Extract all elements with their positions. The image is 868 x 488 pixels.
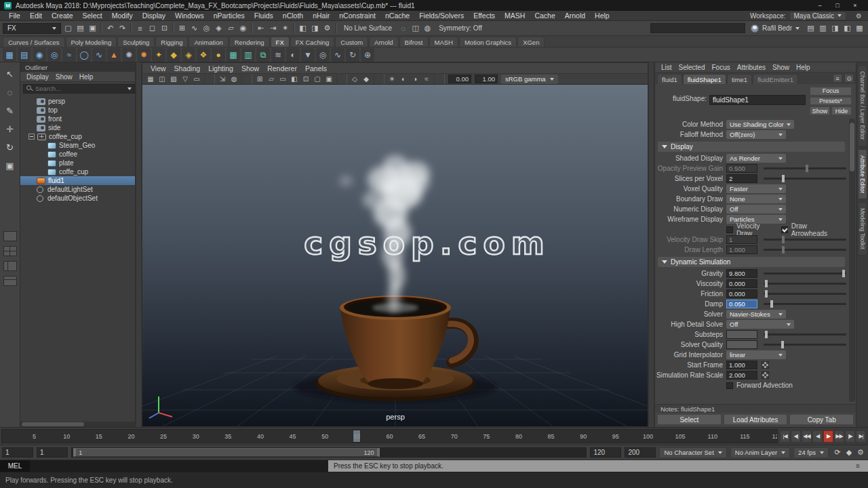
symmetry-indicator[interactable]: Symmetry: Off bbox=[435, 24, 486, 32]
play-backwards-button[interactable]: ◀ bbox=[812, 430, 823, 443]
step-forward-key-button[interactable]: ▶▶ bbox=[834, 430, 844, 443]
menu-item[interactable]: Edit bbox=[25, 12, 47, 20]
select-object-icon[interactable]: ◻ bbox=[146, 22, 158, 34]
fps-dropdown[interactable]: 24 fps bbox=[793, 447, 829, 458]
shelf-tab[interactable]: MASH bbox=[429, 37, 458, 47]
split-top-layout-button[interactable] bbox=[3, 276, 17, 286]
vortex-field-icon[interactable]: ↻ bbox=[346, 48, 359, 62]
attribute-editor-menu-item[interactable]: Help bbox=[793, 64, 814, 71]
select-tool-icon[interactable]: ↖ bbox=[3, 68, 17, 80]
boundary-draw-dropdown[interactable]: None bbox=[726, 195, 786, 203]
node-name-field[interactable]: fluidShape1 bbox=[709, 95, 806, 105]
step-back-frame-button[interactable]: ◀| bbox=[791, 430, 801, 443]
attribute-editor-menu-item[interactable]: Focus bbox=[708, 64, 733, 71]
exposure-field[interactable]: 0.00 bbox=[448, 75, 471, 83]
3d-container-emitter-icon[interactable]: ◉ bbox=[33, 48, 46, 62]
menu-item[interactable]: File bbox=[4, 12, 25, 20]
shelf-tab[interactable]: Bifrost bbox=[399, 37, 429, 47]
copy-tab-button[interactable]: Copy Tab bbox=[789, 414, 854, 425]
go-to-end-button[interactable]: ▶| bbox=[856, 430, 866, 443]
toggle-outliner-icon[interactable]: ▦ bbox=[854, 22, 865, 34]
outliner-item-coffee[interactable]: coffee bbox=[20, 150, 135, 159]
high-detail-solve-dropdown[interactable]: Off bbox=[726, 320, 794, 329]
character-set-dropdown[interactable]: No Character Set bbox=[659, 447, 726, 458]
start-frame-map-button[interactable] bbox=[762, 361, 769, 369]
draw-arrowheads-checkbox[interactable] bbox=[781, 226, 788, 233]
tab-channel-box-layer-editor[interactable]: Channel Box / Layer Editor bbox=[858, 65, 867, 146]
menu-item[interactable]: Help bbox=[590, 12, 614, 20]
toggle-attribute-editor-icon[interactable]: ◨ bbox=[829, 22, 841, 34]
presets-button[interactable]: Presets* bbox=[810, 97, 852, 106]
solver-quality-field[interactable] bbox=[726, 340, 757, 349]
menu-item[interactable]: Cache bbox=[530, 12, 559, 20]
frame-selection-icon[interactable]: ◆ bbox=[361, 74, 372, 84]
start-frame-field[interactable]: 1.000 bbox=[726, 361, 757, 369]
workspace-dropdown[interactable]: Maya Classic bbox=[789, 12, 846, 20]
gravity-slider[interactable] bbox=[764, 272, 846, 274]
radial-field-icon[interactable]: ◎ bbox=[316, 48, 330, 62]
undo-icon[interactable]: ↶ bbox=[104, 22, 116, 34]
draw-length-field[interactable]: 1.000 bbox=[726, 245, 757, 254]
3d-fluid-container-icon[interactable]: ▦ bbox=[3, 48, 16, 62]
close-button[interactable]: × bbox=[846, 1, 864, 10]
pond-icon[interactable]: ◯ bbox=[77, 48, 91, 62]
raise-panels-icon[interactable]: ▤ bbox=[805, 22, 816, 34]
tab-modeling-toolkit[interactable]: Modeling Toolkit bbox=[858, 202, 867, 256]
input-connections-icon[interactable]: ⇤ bbox=[255, 22, 267, 34]
ipr-render-icon[interactable]: ◨ bbox=[309, 22, 321, 34]
shelf-tab[interactable]: Motion Graphics bbox=[459, 37, 517, 47]
maximize-button[interactable]: □ bbox=[829, 1, 846, 10]
shelf-tab[interactable]: Rigging bbox=[155, 37, 188, 47]
fire-icon[interactable]: ▲ bbox=[107, 48, 121, 62]
command-line-input[interactable] bbox=[30, 460, 328, 472]
playback-start-field[interactable]: 1 bbox=[37, 447, 68, 458]
wake-icon[interactable]: ∿ bbox=[92, 48, 106, 62]
show-button[interactable]: Show bbox=[810, 106, 830, 115]
animation-preferences-icon[interactable]: ⚙ bbox=[855, 447, 866, 458]
viscosity-slider[interactable] bbox=[764, 283, 846, 285]
menu-item[interactable]: nParticles bbox=[209, 12, 250, 20]
tab-fluid1[interactable]: fluid1 bbox=[657, 74, 682, 84]
new-scene-icon[interactable]: ▢ bbox=[62, 22, 74, 34]
shelf-tab[interactable]: FX Caching bbox=[290, 37, 335, 47]
outliner-menu-item[interactable]: Show bbox=[52, 73, 76, 81]
menu-item[interactable]: Create bbox=[47, 12, 78, 20]
nparticles-fill-icon[interactable]: ◆ bbox=[167, 48, 180, 62]
damp-slider[interactable] bbox=[764, 303, 846, 305]
gravity-field[interactable]: 9.800 bbox=[726, 269, 757, 278]
outliner-item-plate[interactable]: plate bbox=[20, 159, 135, 167]
safe-title-icon[interactable]: ▣ bbox=[323, 74, 334, 84]
volume-axis-field-icon[interactable]: ⊕ bbox=[361, 48, 374, 62]
section-display[interactable]: Display bbox=[658, 142, 845, 152]
draw-length-slider[interactable] bbox=[764, 249, 846, 251]
command-language-toggle[interactable]: MEL bbox=[0, 460, 30, 472]
forward-advection-checkbox[interactable] bbox=[726, 382, 733, 389]
load-attributes-button[interactable]: Load Attributes bbox=[724, 414, 788, 425]
redo-icon[interactable]: ↷ bbox=[117, 22, 128, 34]
slices-per-voxel-slider[interactable] bbox=[764, 178, 846, 180]
snap-projected-center-icon[interactable]: ◈ bbox=[213, 22, 224, 34]
menu-item[interactable]: Modify bbox=[107, 12, 138, 20]
bookmarks-icon[interactable]: ▽ bbox=[180, 74, 191, 84]
loop-mode-icon[interactable]: ⟳ bbox=[832, 447, 843, 458]
workspace-settings-icon[interactable]: ⚙ bbox=[854, 12, 864, 20]
shaded-display-dropdown[interactable]: As Render bbox=[726, 154, 786, 163]
range-slider[interactable]: 1 120 bbox=[71, 447, 587, 458]
playback-range-handle[interactable]: 1 120 bbox=[73, 448, 379, 457]
play-forwards-button[interactable]: ▶ bbox=[823, 430, 833, 443]
single-pane-layout-button[interactable] bbox=[3, 231, 17, 241]
animation-start-field[interactable]: 1 bbox=[2, 447, 33, 458]
outliner-item-top[interactable]: top bbox=[20, 106, 135, 115]
numeric-display-dropdown[interactable]: Off bbox=[726, 205, 786, 214]
outliner-item-persp[interactable]: persp bbox=[20, 97, 135, 106]
air-field-icon[interactable]: ≋ bbox=[271, 48, 285, 62]
screen-space-ao-icon[interactable]: ◑ bbox=[410, 74, 420, 84]
slices-per-voxel-field[interactable]: 2 bbox=[726, 174, 757, 183]
anim-layer-dropdown[interactable]: No Anim Layer bbox=[730, 447, 790, 458]
notes-bar[interactable]: Notes: fluidShape1 bbox=[655, 404, 856, 413]
menu-item[interactable]: Display bbox=[138, 12, 170, 20]
output-connections-icon[interactable]: ⇥ bbox=[267, 22, 279, 34]
camera-attributes-icon[interactable]: ▧ bbox=[168, 74, 179, 84]
soft-select-icon[interactable]: ◌ bbox=[397, 22, 409, 34]
outliner-item-side[interactable]: side bbox=[20, 123, 135, 132]
